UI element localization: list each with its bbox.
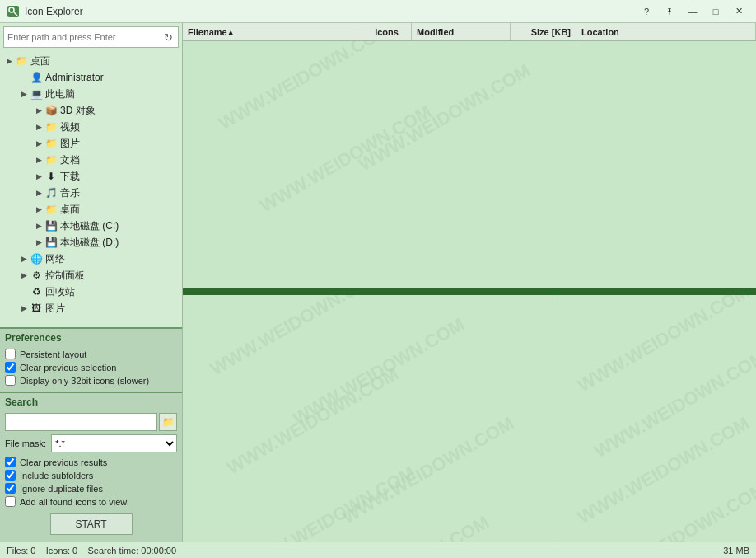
minimize-button[interactable]: — bbox=[682, 3, 703, 20]
tree-item[interactable]: ▶🖼图片 bbox=[0, 300, 182, 317]
item-icon: 📁 bbox=[15, 54, 28, 68]
col-location-header[interactable]: Location bbox=[576, 23, 756, 40]
tree-item[interactable]: ▶📁桌面 bbox=[0, 53, 182, 69]
maximize-button[interactable]: □ bbox=[705, 3, 726, 20]
tree-item[interactable]: ▶📁文档 bbox=[0, 152, 182, 168]
help-button[interactable]: ? bbox=[636, 3, 657, 20]
col-filename-header[interactable]: Filename bbox=[183, 23, 362, 40]
sch-add-view-checkbox[interactable] bbox=[5, 496, 16, 507]
start-button[interactable]: START bbox=[50, 513, 133, 535]
status-info: Files: 0 Icons: 0 Search time: 00:00:00 bbox=[7, 546, 176, 556]
pref-32bit-checkbox[interactable] bbox=[5, 375, 16, 386]
search-path-row: 📁 bbox=[5, 413, 177, 431]
item-label: 此电脑 bbox=[45, 87, 75, 101]
title-bar: Icon Explorer ? 🖈 — □ ✕ bbox=[0, 0, 756, 23]
file-tree: ▶📁桌面 👤Administrator▶💻此电脑▶📦3D 对象▶📁视频▶📁图片▶… bbox=[0, 51, 182, 327]
app-title: Icon Explorer bbox=[25, 6, 636, 17]
file-list-area: WWW.WEIDOWN.COM WWW.WEIDOWN.COM WWW.WEID… bbox=[183, 41, 756, 288]
item-icon: ♻ bbox=[30, 285, 43, 298]
file-mask-select[interactable]: *.**.exe*.dll*.ico bbox=[51, 434, 177, 452]
item-label: 文档 bbox=[60, 153, 80, 167]
col-icons-header[interactable]: Icons bbox=[362, 23, 412, 40]
tree-item[interactable]: ▶📦3D 对象 bbox=[0, 102, 182, 119]
pref-32bit-label: Display only 32bit icons (slower) bbox=[20, 376, 149, 386]
expand-icon[interactable]: ▶ bbox=[18, 304, 30, 312]
expand-icon[interactable]: ▶ bbox=[33, 238, 44, 246]
tree-item[interactable]: ▶📁视频 bbox=[0, 119, 182, 135]
refresh-icon[interactable]: ↻ bbox=[162, 31, 175, 44]
folder-browse-button[interactable]: 📁 bbox=[159, 413, 177, 431]
pref-persistent-checkbox[interactable] bbox=[5, 349, 16, 359]
expand-icon[interactable]: ▶ bbox=[18, 255, 30, 263]
tree-item[interactable]: ▶💻此电脑 bbox=[0, 86, 182, 102]
item-label: 图片 bbox=[45, 302, 65, 316]
tree-item[interactable]: ▶⬇下载 bbox=[0, 168, 182, 185]
item-label: 网络 bbox=[45, 252, 65, 266]
item-label: 图片 bbox=[60, 137, 80, 151]
status-bar: Files: 0 Icons: 0 Search time: 00:00:00 … bbox=[0, 542, 756, 558]
tree-item[interactable]: ▶💾本地磁盘 (D:) bbox=[0, 234, 182, 251]
file-list-header: Filename Icons Modified Size [KB] Locati… bbox=[183, 23, 756, 41]
pref-clear-sel-checkbox[interactable] bbox=[5, 362, 16, 373]
tree-item[interactable]: ▶🌐网络 bbox=[0, 251, 182, 267]
expand-icon[interactable]: ▶ bbox=[33, 205, 44, 213]
item-icon: 💾 bbox=[44, 219, 58, 232]
item-label: 本地磁盘 (C:) bbox=[60, 219, 119, 233]
tree-item[interactable]: ▶📁桌面 bbox=[0, 201, 182, 218]
tree-item[interactable]: ▶🎵音乐 bbox=[0, 185, 182, 201]
path-input[interactable] bbox=[7, 32, 162, 42]
preferences-items: Persistent layoutClear previous selectio… bbox=[5, 349, 177, 386]
expand-icon[interactable]: ▶ bbox=[33, 189, 44, 197]
pin-button[interactable]: 🖈 bbox=[659, 3, 680, 20]
sch-add-view-label: Add all found icons to view bbox=[20, 497, 127, 507]
close-button[interactable]: ✕ bbox=[728, 3, 749, 20]
app-icon bbox=[7, 5, 20, 18]
item-label: 3D 对象 bbox=[60, 104, 96, 118]
right-panel: Filename Icons Modified Size [KB] Locati… bbox=[183, 23, 756, 542]
path-search-bar: ↻ bbox=[3, 26, 179, 48]
item-label: 桌面 bbox=[60, 203, 80, 217]
left-panel: ↻ ▶📁桌面 👤Administrator▶💻此电脑▶📦3D 对象▶📁视频▶📁图… bbox=[0, 23, 183, 542]
item-icon: 🌐 bbox=[30, 252, 43, 265]
col-modified-header[interactable]: Modified bbox=[412, 23, 511, 40]
search-check-item: Include subfolders bbox=[5, 470, 177, 481]
search-check-item: Ignore duplicate files bbox=[5, 483, 177, 494]
search-check-item: Add all found icons to view bbox=[5, 496, 177, 507]
expand-icon[interactable]: ▶ bbox=[33, 106, 44, 115]
pref-persistent-label: Persistent layout bbox=[20, 349, 86, 359]
tree-item[interactable]: ▶⚙控制面板 bbox=[0, 267, 182, 284]
item-icon: 👤 bbox=[30, 71, 43, 84]
expand-icon[interactable]: ▶ bbox=[33, 123, 44, 131]
sch-clear-checkbox[interactable] bbox=[5, 457, 16, 467]
search-check-item: Clear previous results bbox=[5, 457, 177, 467]
expand-icon[interactable]: ▶ bbox=[3, 57, 15, 65]
sch-duplicate-checkbox[interactable] bbox=[5, 483, 16, 494]
expand-icon[interactable]: ▶ bbox=[33, 156, 44, 164]
pref-item: Persistent layout bbox=[5, 349, 177, 359]
divider-bar[interactable] bbox=[183, 288, 756, 295]
expand-icon[interactable]: ▶ bbox=[33, 172, 44, 181]
item-icon: 💾 bbox=[44, 236, 58, 249]
item-label: Administrator bbox=[45, 72, 104, 83]
expand-icon[interactable]: ▶ bbox=[18, 90, 30, 98]
col-size-header[interactable]: Size [KB] bbox=[511, 23, 576, 40]
item-icon: 🖼 bbox=[30, 302, 43, 315]
expand-icon[interactable]: ▶ bbox=[18, 271, 30, 279]
tree-item[interactable]: ♻回收站 bbox=[0, 284, 182, 300]
item-icon: 📁 bbox=[44, 153, 58, 166]
expand-icon[interactable]: ▶ bbox=[33, 222, 44, 230]
item-label: 视频 bbox=[60, 120, 80, 134]
file-mask-row: File mask: *.**.exe*.dll*.ico bbox=[5, 434, 177, 452]
tree-item[interactable]: 👤Administrator bbox=[0, 69, 182, 86]
preferences-header: Preferences bbox=[5, 332, 177, 344]
search-header: Search bbox=[5, 396, 177, 408]
expand-icon[interactable]: ▶ bbox=[33, 139, 44, 148]
files-count: Files: 0 bbox=[7, 546, 35, 556]
tree-item[interactable]: ▶💾本地磁盘 (C:) bbox=[0, 218, 182, 234]
sch-subfolders-checkbox[interactable] bbox=[5, 470, 16, 481]
sch-subfolders-label: Include subfolders bbox=[20, 471, 93, 481]
tree-item[interactable]: ▶📁图片 bbox=[0, 135, 182, 152]
search-path-input[interactable] bbox=[5, 413, 157, 431]
item-label: 下载 bbox=[60, 170, 80, 184]
memory-usage: 31 MB bbox=[723, 546, 749, 556]
